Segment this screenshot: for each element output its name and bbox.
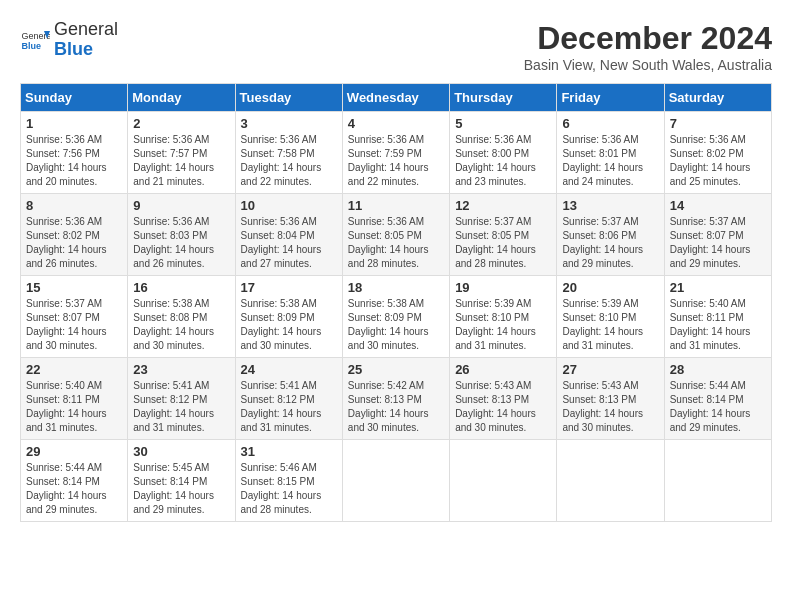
calendar-cell: 17Sunrise: 5:38 AMSunset: 8:09 PMDayligh… (235, 276, 342, 358)
calendar-header-sunday: Sunday (21, 84, 128, 112)
day-info: Sunrise: 5:43 AMSunset: 8:13 PMDaylight:… (562, 379, 658, 435)
calendar-header-friday: Friday (557, 84, 664, 112)
day-number: 3 (241, 116, 337, 131)
calendar-header-saturday: Saturday (664, 84, 771, 112)
day-info: Sunrise: 5:37 AMSunset: 8:07 PMDaylight:… (670, 215, 766, 271)
svg-text:Blue: Blue (22, 41, 42, 51)
day-number: 1 (26, 116, 122, 131)
day-info: Sunrise: 5:36 AMSunset: 8:00 PMDaylight:… (455, 133, 551, 189)
day-number: 5 (455, 116, 551, 131)
day-info: Sunrise: 5:36 AMSunset: 8:04 PMDaylight:… (241, 215, 337, 271)
calendar-week-5: 29Sunrise: 5:44 AMSunset: 8:14 PMDayligh… (21, 440, 772, 522)
day-info: Sunrise: 5:41 AMSunset: 8:12 PMDaylight:… (133, 379, 229, 435)
day-number: 19 (455, 280, 551, 295)
day-number: 20 (562, 280, 658, 295)
calendar-week-1: 1Sunrise: 5:36 AMSunset: 7:56 PMDaylight… (21, 112, 772, 194)
day-info: Sunrise: 5:44 AMSunset: 8:14 PMDaylight:… (670, 379, 766, 435)
calendar-cell (557, 440, 664, 522)
day-info: Sunrise: 5:44 AMSunset: 8:14 PMDaylight:… (26, 461, 122, 517)
day-info: Sunrise: 5:36 AMSunset: 8:03 PMDaylight:… (133, 215, 229, 271)
day-info: Sunrise: 5:41 AMSunset: 8:12 PMDaylight:… (241, 379, 337, 435)
day-number: 16 (133, 280, 229, 295)
day-info: Sunrise: 5:36 AMSunset: 8:05 PMDaylight:… (348, 215, 444, 271)
calendar-cell: 7Sunrise: 5:36 AMSunset: 8:02 PMDaylight… (664, 112, 771, 194)
calendar-header-row: SundayMondayTuesdayWednesdayThursdayFrid… (21, 84, 772, 112)
calendar-cell: 24Sunrise: 5:41 AMSunset: 8:12 PMDayligh… (235, 358, 342, 440)
day-info: Sunrise: 5:43 AMSunset: 8:13 PMDaylight:… (455, 379, 551, 435)
calendar-cell: 27Sunrise: 5:43 AMSunset: 8:13 PMDayligh… (557, 358, 664, 440)
day-number: 24 (241, 362, 337, 377)
logo: General Blue General Blue (20, 20, 118, 60)
calendar-cell: 19Sunrise: 5:39 AMSunset: 8:10 PMDayligh… (450, 276, 557, 358)
page-title: December 2024 (524, 20, 772, 57)
calendar-cell: 8Sunrise: 5:36 AMSunset: 8:02 PMDaylight… (21, 194, 128, 276)
day-number: 22 (26, 362, 122, 377)
day-number: 15 (26, 280, 122, 295)
day-info: Sunrise: 5:45 AMSunset: 8:14 PMDaylight:… (133, 461, 229, 517)
calendar-cell: 4Sunrise: 5:36 AMSunset: 7:59 PMDaylight… (342, 112, 449, 194)
calendar-cell: 15Sunrise: 5:37 AMSunset: 8:07 PMDayligh… (21, 276, 128, 358)
day-number: 6 (562, 116, 658, 131)
day-number: 14 (670, 198, 766, 213)
calendar-cell: 5Sunrise: 5:36 AMSunset: 8:00 PMDaylight… (450, 112, 557, 194)
day-info: Sunrise: 5:36 AMSunset: 7:58 PMDaylight:… (241, 133, 337, 189)
calendar-cell: 26Sunrise: 5:43 AMSunset: 8:13 PMDayligh… (450, 358, 557, 440)
calendar-week-4: 22Sunrise: 5:40 AMSunset: 8:11 PMDayligh… (21, 358, 772, 440)
header: General Blue General Blue December 2024 … (20, 20, 772, 73)
calendar-cell (342, 440, 449, 522)
day-number: 8 (26, 198, 122, 213)
calendar-cell: 16Sunrise: 5:38 AMSunset: 8:08 PMDayligh… (128, 276, 235, 358)
calendar-cell: 29Sunrise: 5:44 AMSunset: 8:14 PMDayligh… (21, 440, 128, 522)
calendar-cell: 28Sunrise: 5:44 AMSunset: 8:14 PMDayligh… (664, 358, 771, 440)
day-number: 11 (348, 198, 444, 213)
day-info: Sunrise: 5:36 AMSunset: 7:56 PMDaylight:… (26, 133, 122, 189)
day-info: Sunrise: 5:36 AMSunset: 8:01 PMDaylight:… (562, 133, 658, 189)
day-info: Sunrise: 5:36 AMSunset: 7:59 PMDaylight:… (348, 133, 444, 189)
calendar-cell: 25Sunrise: 5:42 AMSunset: 8:13 PMDayligh… (342, 358, 449, 440)
calendar-cell: 14Sunrise: 5:37 AMSunset: 8:07 PMDayligh… (664, 194, 771, 276)
calendar-cell: 31Sunrise: 5:46 AMSunset: 8:15 PMDayligh… (235, 440, 342, 522)
day-number: 9 (133, 198, 229, 213)
calendar-header-tuesday: Tuesday (235, 84, 342, 112)
day-info: Sunrise: 5:38 AMSunset: 8:09 PMDaylight:… (241, 297, 337, 353)
day-number: 31 (241, 444, 337, 459)
calendar-cell: 13Sunrise: 5:37 AMSunset: 8:06 PMDayligh… (557, 194, 664, 276)
calendar-cell: 23Sunrise: 5:41 AMSunset: 8:12 PMDayligh… (128, 358, 235, 440)
calendar-cell: 30Sunrise: 5:45 AMSunset: 8:14 PMDayligh… (128, 440, 235, 522)
day-number: 12 (455, 198, 551, 213)
day-number: 4 (348, 116, 444, 131)
day-number: 17 (241, 280, 337, 295)
calendar-table: SundayMondayTuesdayWednesdayThursdayFrid… (20, 83, 772, 522)
day-info: Sunrise: 5:37 AMSunset: 8:06 PMDaylight:… (562, 215, 658, 271)
day-info: Sunrise: 5:38 AMSunset: 8:09 PMDaylight:… (348, 297, 444, 353)
day-number: 13 (562, 198, 658, 213)
calendar-cell: 2Sunrise: 5:36 AMSunset: 7:57 PMDaylight… (128, 112, 235, 194)
logo-text: General Blue (54, 20, 118, 60)
day-info: Sunrise: 5:36 AMSunset: 8:02 PMDaylight:… (670, 133, 766, 189)
day-number: 25 (348, 362, 444, 377)
title-section: December 2024 Basin View, New South Wale… (524, 20, 772, 73)
calendar-cell: 12Sunrise: 5:37 AMSunset: 8:05 PMDayligh… (450, 194, 557, 276)
day-number: 26 (455, 362, 551, 377)
day-info: Sunrise: 5:40 AMSunset: 8:11 PMDaylight:… (26, 379, 122, 435)
day-number: 21 (670, 280, 766, 295)
day-number: 28 (670, 362, 766, 377)
day-info: Sunrise: 5:46 AMSunset: 8:15 PMDaylight:… (241, 461, 337, 517)
calendar-cell: 3Sunrise: 5:36 AMSunset: 7:58 PMDaylight… (235, 112, 342, 194)
calendar-week-3: 15Sunrise: 5:37 AMSunset: 8:07 PMDayligh… (21, 276, 772, 358)
day-info: Sunrise: 5:36 AMSunset: 7:57 PMDaylight:… (133, 133, 229, 189)
calendar-header-monday: Monday (128, 84, 235, 112)
day-info: Sunrise: 5:37 AMSunset: 8:07 PMDaylight:… (26, 297, 122, 353)
calendar-cell (664, 440, 771, 522)
calendar-cell (450, 440, 557, 522)
day-number: 29 (26, 444, 122, 459)
calendar-cell: 11Sunrise: 5:36 AMSunset: 8:05 PMDayligh… (342, 194, 449, 276)
calendar-cell: 22Sunrise: 5:40 AMSunset: 8:11 PMDayligh… (21, 358, 128, 440)
day-number: 10 (241, 198, 337, 213)
calendar-week-2: 8Sunrise: 5:36 AMSunset: 8:02 PMDaylight… (21, 194, 772, 276)
day-info: Sunrise: 5:36 AMSunset: 8:02 PMDaylight:… (26, 215, 122, 271)
day-info: Sunrise: 5:38 AMSunset: 8:08 PMDaylight:… (133, 297, 229, 353)
day-info: Sunrise: 5:39 AMSunset: 8:10 PMDaylight:… (455, 297, 551, 353)
day-info: Sunrise: 5:40 AMSunset: 8:11 PMDaylight:… (670, 297, 766, 353)
calendar-cell: 21Sunrise: 5:40 AMSunset: 8:11 PMDayligh… (664, 276, 771, 358)
